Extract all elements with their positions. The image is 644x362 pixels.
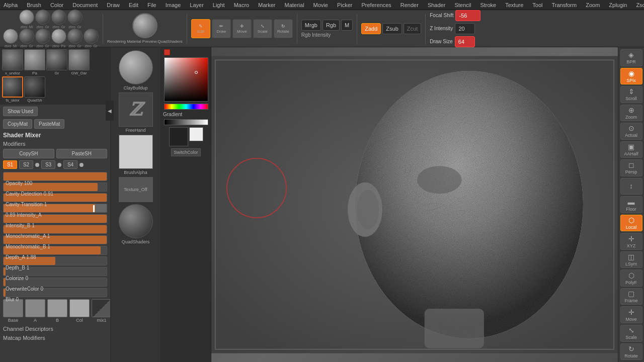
mono-a-row[interactable]: Monochromatic_A 1 xyxy=(3,225,107,234)
background-color-swatch[interactable] xyxy=(189,127,203,141)
canvas-area[interactable] xyxy=(211,47,618,362)
overwrite-color-row[interactable]: OverwriteColor 0 xyxy=(3,278,107,287)
move-button[interactable]: ✛ Move xyxy=(232,19,252,38)
cavity-transition-row[interactable]: Cavity Transition 1 xyxy=(3,193,107,202)
paste-sh-button[interactable]: PasteSH xyxy=(56,149,108,158)
mat-thumb-8[interactable] xyxy=(51,29,66,44)
frame-button[interactable]: ▢ Frame xyxy=(620,288,642,305)
cavity-transition-slider[interactable]: Cavity Transition 1 xyxy=(3,193,107,202)
menu-marker[interactable]: Marker xyxy=(257,1,277,9)
scroll-button[interactable]: ⇕ Scroll xyxy=(620,86,642,103)
xyz-button[interactable]: ✛ XYZ xyxy=(620,233,642,250)
cavity-detection-slider[interactable]: Cavity Detection 0.91 xyxy=(3,183,107,192)
cavity-detection-row[interactable]: Cavity Detection 0.91 xyxy=(3,183,107,192)
menu-transform[interactable]: Transform xyxy=(550,1,578,9)
zadd-button[interactable]: Zadd xyxy=(361,23,381,34)
colorize-slider[interactable]: Colorize 0 xyxy=(3,267,107,276)
scale-right-button[interactable]: ⤡ Scale xyxy=(620,325,642,342)
panel-collapse-arrow[interactable]: ◀ xyxy=(111,101,114,121)
depth-b-row[interactable]: Depth_B 1 xyxy=(3,256,107,265)
copymat-button[interactable]: CopyMat xyxy=(3,119,32,129)
mat-thumb-4[interactable] xyxy=(67,10,83,25)
intensity-b-slider[interactable]: Intensity_B 1 xyxy=(3,214,107,223)
mrgb-button[interactable]: Mrgb xyxy=(301,20,321,31)
rotate-right-button[interactable]: ↻ Rotate xyxy=(620,343,642,360)
mat-thumb-6[interactable] xyxy=(19,29,34,44)
menu-edit[interactable]: Edit xyxy=(127,1,140,9)
mat-thumbnail-6[interactable] xyxy=(24,76,45,98)
mat-thumbnail-1[interactable] xyxy=(2,49,23,70)
mat-thumbnail-4[interactable] xyxy=(68,49,90,70)
menu-document[interactable]: Document xyxy=(71,1,99,9)
col-swatch[interactable] xyxy=(69,299,90,317)
brush-alpha[interactable]: BrushAlpha xyxy=(116,135,156,175)
foreground-color-swatch[interactable] xyxy=(169,127,188,146)
menu-texture[interactable]: Texture xyxy=(504,1,525,9)
depth-a-row[interactable]: Depth_A 1.88 xyxy=(3,246,107,255)
menu-stroke[interactable]: Stroke xyxy=(478,1,498,9)
depth-b-slider[interactable]: Depth_B 1 xyxy=(3,256,107,265)
menu-zplugin[interactable]: Zplugin xyxy=(607,1,628,9)
colorize-row[interactable]: Colorize 0 xyxy=(3,267,107,276)
b-swatch[interactable] xyxy=(47,299,67,317)
menu-macro[interactable]: Macro xyxy=(232,1,251,9)
aahalf-button[interactable]: ▣ AAHalf xyxy=(620,141,642,158)
mono-a-slider[interactable]: Monochromatic_A 1 xyxy=(3,225,107,234)
menu-alpha[interactable]: Alpha xyxy=(2,1,19,9)
polyf-button[interactable]: ⬡ PolyF xyxy=(620,269,642,287)
persp-button[interactable]: ◻ Persp xyxy=(620,159,642,176)
intensity-b-row[interactable]: Intensity_B 1 xyxy=(3,214,107,223)
zsub-button[interactable]: Zsub xyxy=(382,23,401,34)
mat-thumb-2[interactable] xyxy=(35,10,50,25)
menu-shader[interactable]: Shader xyxy=(426,1,447,9)
brush-clay-buildup[interactable]: ClayBuildup xyxy=(116,50,156,90)
bpr-button[interactable]: ◈ BPR xyxy=(620,49,642,66)
mat-thumb-3[interactable] xyxy=(51,10,66,25)
menu-picker[interactable]: Picker xyxy=(336,1,354,9)
zcut-button[interactable]: Zcut xyxy=(404,23,421,34)
blur-slider[interactable]: Blur 0 xyxy=(3,288,107,297)
hue-strip[interactable] xyxy=(164,104,208,110)
active-mat-preview[interactable] xyxy=(132,13,157,38)
intensity-a-slider[interactable]: 0.89 Intensity_A xyxy=(3,204,107,213)
mono-b-row[interactable]: Monochromatic_B 1 xyxy=(3,235,107,244)
color-indicator[interactable] xyxy=(164,49,170,55)
intensity-a-handle[interactable] xyxy=(93,205,95,212)
mix1-swatch[interactable] xyxy=(92,299,110,317)
zoom-button[interactable]: ⊕ Zoom xyxy=(620,105,642,122)
pastemat-button[interactable]: PasteMat xyxy=(34,119,64,129)
brush-quad-shaders[interactable]: QuadShaders xyxy=(116,204,156,244)
spix-button[interactable]: ◉ SPix xyxy=(620,68,642,85)
mat-thumbnail-5[interactable] xyxy=(2,76,23,98)
mat-thumb-9[interactable] xyxy=(67,29,83,44)
menu-zscript[interactable]: Zscript xyxy=(634,1,644,9)
m-button[interactable]: M xyxy=(341,20,353,31)
rgb-button[interactable]: Rgb xyxy=(323,20,340,31)
slot-s4[interactable]: S4 xyxy=(63,160,77,169)
color-picker[interactable] xyxy=(164,57,208,102)
local-button[interactable]: ⬡ Local xyxy=(620,215,642,232)
slot-s2[interactable]: S2 xyxy=(19,160,33,169)
mat-thumb-7[interactable] xyxy=(35,29,50,44)
edit-button[interactable]: ✎ Edit xyxy=(191,19,210,38)
menu-zoom[interactable]: Zoom xyxy=(584,1,601,9)
overwrite-color-slider[interactable]: OverwriteColor 0 xyxy=(3,278,107,287)
menu-brush[interactable]: Brush xyxy=(25,1,43,9)
mat-thumbnail-3[interactable] xyxy=(46,49,67,70)
slot-s1[interactable]: S1 xyxy=(3,160,17,169)
switch-color-button[interactable]: SwitchColor xyxy=(171,148,200,156)
menu-draw[interactable]: Draw xyxy=(105,1,121,9)
move-right-button[interactable]: ✛ Move xyxy=(620,306,642,323)
mat-thumb-5[interactable] xyxy=(3,29,18,44)
intensity-a-row[interactable]: 0.89 Intensity_A xyxy=(3,204,107,213)
opacity-slider-row[interactable]: Opacity 100 xyxy=(3,172,107,181)
menu-material[interactable]: Material xyxy=(283,1,305,9)
floor-button[interactable]: ▬ Floor xyxy=(620,196,642,213)
chevron-button[interactable]: ↕ xyxy=(620,178,642,195)
draw-size-value[interactable]: 64 xyxy=(455,36,475,47)
menu-light[interactable]: Light xyxy=(211,1,226,9)
mat-thumb-1[interactable] xyxy=(19,10,34,25)
brush-freehand[interactable]: ℤ FreeHand xyxy=(116,93,156,133)
mat-thumb-10[interactable] xyxy=(84,29,99,44)
scale-button[interactable]: ⤡ Scale xyxy=(253,19,272,38)
